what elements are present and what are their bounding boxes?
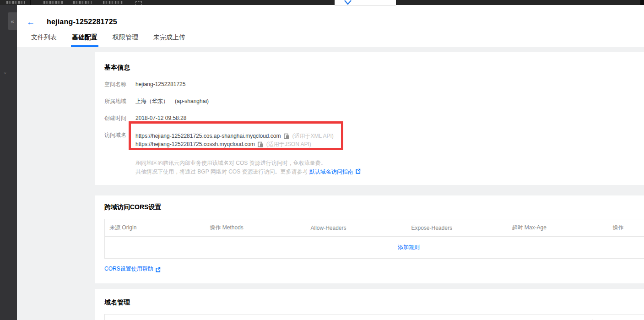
field-extra: (ap-shanghai) [175,98,209,104]
tab-incomplete-uploads[interactable]: 未完成上传 [153,33,185,47]
note-line: 相同地区的腾讯云内部业务使用该域名对 COS 资源进行访问时，免收流量费。 [135,159,644,168]
domain-table: 域名 CDN加速 源站类型 CNAME 状态 [104,314,644,320]
col-methods: 操作 Methods [206,219,306,237]
top-nav-bar [0,0,644,5]
cors-table: 来源 Origin 操作 Methods Allow-Headers Expos… [104,219,644,259]
col-cdn: CDN加速 [285,315,349,320]
api-note: (适用于JSON API) [266,140,311,148]
field-label: 空间名称 [104,81,135,87]
external-link-icon[interactable] [155,267,161,272]
chevron-down-icon [344,0,352,5]
domain-line-xml: https://hejiang-1252281725.cos.ap-shangh… [135,132,334,140]
domain-mgmt-title: 域名管理 [104,298,644,307]
info-row-access-domain: 访问域名 https://hejiang-1252281725.cos.ap-s… [104,132,644,148]
domain-usage-notes: 相同地区的腾讯云内部业务使用该域名对 COS 资源进行访问时，免收流量费。 其他… [135,159,644,176]
collapse-icon: « [11,18,14,25]
field-value: 2018-07-12 09:58:28 [135,115,186,121]
col-max-age: 超时 Max-Age [508,219,608,237]
top-nav-right-strip [640,0,644,5]
col-origin: 来源 Origin [105,219,206,237]
col-origin-type: 源站类型 [349,315,395,320]
domain-header-row: 域名 CDN加速 源站类型 CNAME 状态 [105,315,644,320]
col-actions: 操作 [608,219,644,237]
field-label: 创建时间 [104,115,135,121]
cors-title: 跨域访问CORS设置 [104,203,644,212]
cors-header-row: 来源 Origin 操作 Methods Allow-Headers Expos… [105,219,644,237]
info-row-bucket-name: 空间名称 hejiang-1252281725 [104,81,644,87]
cors-help-link[interactable]: CORS设置使用帮助 [104,265,153,273]
col-expose-headers: Expose-Headers [407,219,508,237]
top-nav-item-fragment[interactable] [6,1,25,4]
info-row-region: 所属地域 上海（华东） (ap-shanghai) [104,98,644,104]
field-label: 访问域名 [104,132,135,148]
copy-icon[interactable] [258,141,264,147]
top-nav-item-fragment[interactable] [43,1,63,4]
sidebar-expand-chevron[interactable]: ⌄ [1,68,9,76]
back-arrow-icon[interactable]: ← [27,18,35,26]
tab-bar: 文件列表 基础配置 权限管理 未完成上传 [31,33,200,47]
col-domain: 域名 [105,315,286,320]
copy-icon[interactable] [284,133,290,139]
basic-info-card: 基本信息 空间名称 hejiang-1252281725 所属地域 上海（华东）… [95,52,644,185]
domain-url: https://hejiang-1252281725.cos.ap-shangh… [135,132,281,140]
info-row-created-time: 创建时间 2018-07-12 09:58:28 [104,115,644,121]
chevron-down-icon: ⌄ [3,69,7,75]
domain-line-json: https://hejiang-1252281725.cossh.myqclou… [135,140,334,148]
note-text: 其他情况下使用，将通过 BGP 网络对 COS 资源进行访问。更多请参考 [135,168,309,175]
note-line: 其他情况下使用，将通过 BGP 网络对 COS 资源进行访问。更多请参考 默认域… [135,168,644,176]
api-note: (适用于XML API) [292,132,334,140]
tab-permissions[interactable]: 权限管理 [113,33,138,47]
main-content: 基本信息 空间名称 hejiang-1252281725 所属地域 上海（华东）… [17,47,644,320]
sidebar-collapse-button[interactable]: « [8,12,17,30]
col-cname: CNAME [395,315,580,320]
basic-info-title: 基本信息 [104,64,644,72]
tab-file-list[interactable]: 文件列表 [31,33,57,47]
top-nav-item-fragment[interactable] [73,1,92,4]
cors-settings-card: 跨域访问CORS设置 来源 Origin 操作 Methods Allow-He… [95,195,644,283]
field-label: 所属地域 [104,98,135,104]
left-sidebar: « ⌄ [0,5,17,320]
top-search-dropdown[interactable] [335,0,396,5]
add-rule-button[interactable]: 添加规则 [398,244,420,250]
top-nav-item-fragment[interactable] [103,1,123,4]
domain-url: https://hejiang-1252281725.cossh.myqclou… [135,140,255,148]
col-allow-headers: Allow-Headers [306,219,407,237]
top-nav-dashed-icon[interactable] [135,1,142,5]
external-link-icon[interactable] [355,168,361,174]
cors-empty-row: 添加规则 [105,237,644,259]
bucket-title: hejiang-1252281725 [47,18,117,26]
top-nav-divider [30,0,31,5]
col-status: 状态 [580,315,644,320]
tab-basic-config[interactable]: 基础配置 [72,33,97,47]
field-value: hejiang-1252281725 [135,81,185,87]
page-header: ← hejiang-1252281725 文件列表 基础配置 权限管理 未完成上… [17,5,644,47]
default-domain-guide-link[interactable]: 默认域名访问指南 [309,168,353,175]
field-value: 上海（华东） [135,98,168,104]
domain-management-card: 域名管理 域名 CDN加速 源站类型 CNAME 状态 [95,289,644,320]
